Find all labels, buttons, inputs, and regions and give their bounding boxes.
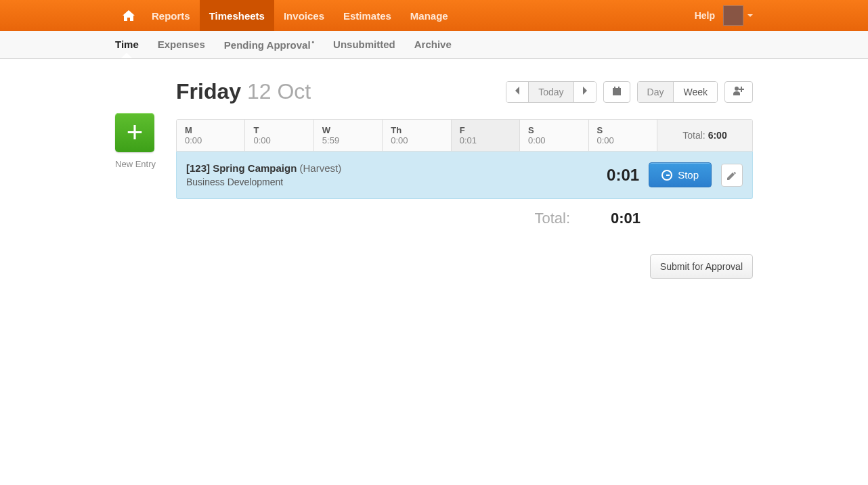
stop-button[interactable]: Stop: [649, 162, 712, 187]
page-title: Friday 12 Oct: [176, 79, 311, 104]
entry-description: [123] Spring Campaign (Harvest) Business…: [186, 162, 582, 187]
calendar-button[interactable]: [603, 81, 630, 103]
avatar: [723, 5, 743, 26]
top-navbar-left: ReportsTimesheetsInvoicesEstimatesManage: [115, 0, 458, 31]
edit-entry-button[interactable]: [721, 164, 743, 187]
top-navbar: ReportsTimesheetsInvoicesEstimatesManage…: [0, 0, 868, 31]
day-abbr: T: [253, 125, 305, 135]
calendar-icon: [612, 87, 622, 96]
clock-icon: [661, 170, 672, 181]
day-abbr: F: [460, 125, 511, 135]
total-row: Total: 0:01: [176, 210, 753, 227]
day-cell-th[interactable]: Th0:00: [383, 120, 451, 151]
day-abbr: W: [322, 125, 374, 135]
time-entry-row: [123] Spring Campaign (Harvest) Business…: [176, 152, 753, 199]
entry-project: [123] Spring Campaign: [186, 162, 297, 174]
day-hours: 0:01: [460, 135, 477, 145]
teammates-button[interactable]: [724, 81, 753, 103]
submit-row: Submit for Approval: [176, 254, 753, 279]
user-menu[interactable]: [723, 5, 753, 26]
day-hours: 0:00: [528, 135, 545, 145]
chevron-left-icon: [515, 87, 520, 95]
submit-approval-button[interactable]: Submit for Approval: [650, 254, 753, 279]
entry-client: (Harvest): [300, 162, 342, 174]
day-abbr: S: [528, 125, 580, 135]
topnav-item-estimates[interactable]: Estimates: [334, 0, 401, 31]
heading-date: 12 Oct: [247, 79, 311, 103]
timesheet-panel: Friday 12 Oct Today Day: [176, 79, 753, 279]
topnav-item-invoices[interactable]: Invoices: [274, 0, 334, 31]
controls: Today Day Week: [506, 81, 753, 103]
view-toggle-group: Day Week: [637, 81, 718, 103]
week-total-cell: Total: 6:00: [657, 120, 752, 151]
day-hours: 0:00: [391, 135, 408, 145]
stop-button-label: Stop: [678, 169, 699, 181]
entry-task: Business Development: [186, 177, 582, 187]
next-day-button[interactable]: [573, 82, 596, 102]
new-entry-label: New Entry: [115, 159, 156, 169]
day-view-button[interactable]: Day: [638, 82, 674, 102]
week-total-value: 6:00: [708, 130, 727, 141]
day-cell-t[interactable]: T0:00: [245, 120, 313, 151]
week-view-button[interactable]: Week: [673, 82, 717, 102]
help-link[interactable]: Help: [695, 10, 715, 21]
subnav-item-unsubmitted[interactable]: Unsubmitted: [333, 32, 395, 57]
day-cell-s[interactable]: S0:00: [589, 120, 657, 151]
pencil-icon: [727, 170, 737, 180]
prev-day-button[interactable]: [506, 82, 528, 102]
side-panel: + New Entry: [115, 79, 156, 279]
heading-day: Friday: [176, 79, 241, 103]
main-content: + New Entry Friday 12 Oct Today: [0, 59, 868, 279]
top-navbar-right: Help: [695, 0, 753, 31]
plus-icon: +: [127, 118, 144, 147]
day-cell-f[interactable]: F0:01: [452, 120, 520, 151]
subnav-item-pending-approval[interactable]: Pending Approval•: [224, 32, 314, 57]
subnav-item-expenses[interactable]: Expenses: [158, 32, 205, 57]
day-hours: 5:59: [322, 135, 339, 145]
day-hours: 0:00: [253, 135, 270, 145]
subnav-item-time[interactable]: Time: [115, 32, 139, 57]
day-abbr: S: [597, 125, 649, 135]
total-value: 0:01: [611, 210, 753, 227]
week-day-row: M0:00T0:00W5:59Th0:00F0:01S0:00S0:00Tota…: [176, 119, 753, 152]
new-entry-button[interactable]: +: [115, 113, 154, 152]
day-hours: 0:00: [597, 135, 614, 145]
entry-title: [123] Spring Campaign (Harvest): [186, 162, 582, 174]
day-cell-w[interactable]: W5:59: [314, 120, 383, 151]
day-cell-m[interactable]: M0:00: [177, 120, 245, 151]
day-abbr: M: [185, 125, 236, 135]
chevron-right-icon: [582, 87, 588, 95]
topnav-item-manage[interactable]: Manage: [401, 0, 458, 31]
topnav-item-reports[interactable]: Reports: [142, 0, 200, 31]
today-button[interactable]: Today: [528, 82, 573, 102]
date-nav-group: Today: [506, 81, 596, 103]
pending-indicator-icon: •: [312, 39, 315, 46]
heading-row: Friday 12 Oct Today Day: [176, 79, 753, 104]
day-hours: 0:00: [185, 135, 202, 145]
subnav-item-archive[interactable]: Archive: [414, 32, 452, 57]
people-icon: [733, 87, 744, 96]
week-total-label: Total:: [682, 130, 705, 141]
day-abbr: Th: [391, 125, 442, 135]
sub-navbar: TimeExpensesPending Approval•Unsubmitted…: [0, 31, 868, 59]
entry-time: 0:01: [592, 166, 639, 185]
total-label: Total:: [176, 210, 611, 227]
home-icon[interactable]: [115, 0, 142, 31]
day-cell-s[interactable]: S0:00: [520, 120, 588, 151]
chevron-down-icon: [747, 14, 753, 17]
topnav-item-timesheets[interactable]: Timesheets: [200, 0, 274, 31]
